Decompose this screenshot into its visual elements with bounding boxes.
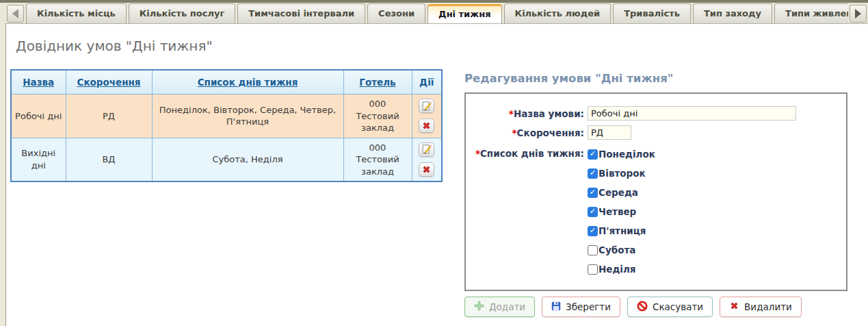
content-panel: Довідник умов "Дні тижня" Назва Скорочен… xyxy=(5,23,868,326)
table-row[interactable]: Робочі дні РД Понеділок, Вівторок, Серед… xyxy=(11,95,442,138)
checkbox-icon[interactable]: ✓ xyxy=(588,188,598,198)
red-x-icon xyxy=(729,301,739,313)
right-triangle-icon xyxy=(855,9,861,18)
required-mark: * xyxy=(509,108,514,119)
name-field-label: *Назва умови: xyxy=(466,108,588,119)
days-checkbox-list: ✓ Понеділок ✓ Вівторок ✓ Середа ✓ Четвер… xyxy=(588,145,655,279)
delete-icon[interactable] xyxy=(419,162,434,177)
field-row-name: *Назва умови: xyxy=(466,106,846,121)
day-checkbox-monday[interactable]: ✓ Понеділок xyxy=(588,145,655,164)
tab-sezony[interactable]: Сезони xyxy=(367,3,425,23)
day-checkbox-thursday[interactable]: ✓ Четвер xyxy=(588,202,655,221)
day-checkbox-wednesday[interactable]: ✓ Середа xyxy=(588,183,655,202)
cell-name: Робочі дні xyxy=(11,95,66,138)
column-header-days[interactable]: Список днів тижня xyxy=(152,70,343,95)
edit-icon[interactable] xyxy=(419,99,434,113)
day-checkbox-tuesday[interactable]: ✓ Вівторок xyxy=(588,164,655,183)
checkbox-icon[interactable]: ✓ xyxy=(588,207,598,217)
tab-kilkist-poslug[interactable]: Кількість послуг xyxy=(129,3,236,23)
cell-name: Вихідні дні xyxy=(11,138,66,181)
no-entry-icon xyxy=(637,301,648,314)
checkbox-icon[interactable]: ✓ xyxy=(588,149,598,160)
checkbox-icon[interactable]: ✓ xyxy=(588,226,598,236)
add-button[interactable]: Додати xyxy=(464,297,535,317)
cell-days: Понеділок, Вівторок, Середа, Четвер, П'я… xyxy=(152,95,343,138)
column-header-hotel[interactable]: Готель xyxy=(343,70,412,95)
column-header-actions: Дії xyxy=(412,70,442,95)
days-field-label: *Список днів тижня: xyxy=(466,145,588,159)
save-button[interactable]: Зберегти xyxy=(542,297,620,317)
editor-title: Редагування умови "Дні тижня" xyxy=(464,72,673,85)
tab-kilkist-mists[interactable]: Кількість місць xyxy=(26,3,127,23)
delete-icon[interactable] xyxy=(419,118,434,133)
checkbox-icon[interactable]: ✓ xyxy=(588,264,598,275)
cell-abbr: РД xyxy=(66,95,152,138)
day-checkbox-friday[interactable]: ✓ П'ятниця xyxy=(588,221,655,240)
conditions-table: Назва Скорочення Список днів тижня Готел… xyxy=(10,69,443,182)
tab-tryvalist[interactable]: Тривалість xyxy=(613,3,691,23)
cell-actions xyxy=(412,138,442,181)
field-row-abbr: *Скорочення: xyxy=(466,125,846,140)
table-row[interactable]: Вихідні дні ВД Субота, Неділя 000 Тестов… xyxy=(11,138,442,181)
cell-days: Субота, Неділя xyxy=(152,138,343,181)
cell-abbr: ВД xyxy=(66,138,152,181)
checkbox-icon[interactable]: ✓ xyxy=(588,168,598,179)
checkbox-icon[interactable]: ✓ xyxy=(588,245,598,255)
tab-typy-zhyvlennya[interactable]: Типи живлення xyxy=(774,3,848,23)
required-mark: * xyxy=(512,127,517,138)
cell-hotel: 000 Тестовий заклад xyxy=(343,95,412,138)
cell-actions xyxy=(412,95,442,138)
tab-dni-tyzhnya[interactable]: Дні тижня xyxy=(428,4,501,23)
name-input[interactable] xyxy=(588,106,796,121)
tab-kilkist-lyudey[interactable]: Кількість людей xyxy=(504,3,611,23)
tabs-scroll-right-button[interactable] xyxy=(850,5,867,23)
tabs-viewport: Кількість місць Кількість послуг Тимчасо… xyxy=(26,3,848,23)
page-title: Довідник умов "Дні тижня" xyxy=(16,38,213,54)
cancel-button[interactable]: Скасувати xyxy=(627,297,713,317)
left-triangle-icon xyxy=(12,9,18,18)
delete-button[interactable]: Видалити xyxy=(720,297,802,317)
field-row-days: *Список днів тижня: ✓ Понеділок ✓ Вівтор… xyxy=(466,145,846,279)
tabs-scroll-left-button[interactable] xyxy=(7,5,24,23)
editor-form: *Назва умови: *Скорочення: *Список днів … xyxy=(464,92,847,291)
cell-hotel: 000 Тестовий заклад xyxy=(343,138,412,181)
required-mark: * xyxy=(475,148,480,159)
day-checkbox-saturday[interactable]: ✓ Субота xyxy=(588,240,655,260)
table-header-row: Назва Скорочення Список днів тижня Готел… xyxy=(11,70,442,95)
editor-buttons: Додати Зберегти Скасувати xyxy=(464,297,802,317)
edit-icon[interactable] xyxy=(419,142,434,157)
column-header-abbr[interactable]: Скорочення xyxy=(66,70,152,95)
tab-tymchasovi-intervaly[interactable]: Тимчасові інтервали xyxy=(237,3,365,23)
abbr-field-label: *Скорочення: xyxy=(466,127,588,138)
tab-typ-zakhodu[interactable]: Тип заходу xyxy=(693,3,772,23)
column-header-name[interactable]: Назва xyxy=(11,70,66,95)
abbr-input[interactable] xyxy=(588,125,631,140)
green-plus-icon xyxy=(474,301,484,313)
floppy-disk-icon xyxy=(551,301,561,313)
tab-bar: Кількість місць Кількість послуг Тимчасо… xyxy=(0,3,868,23)
day-checkbox-sunday[interactable]: ✓ Неділя xyxy=(588,260,655,279)
